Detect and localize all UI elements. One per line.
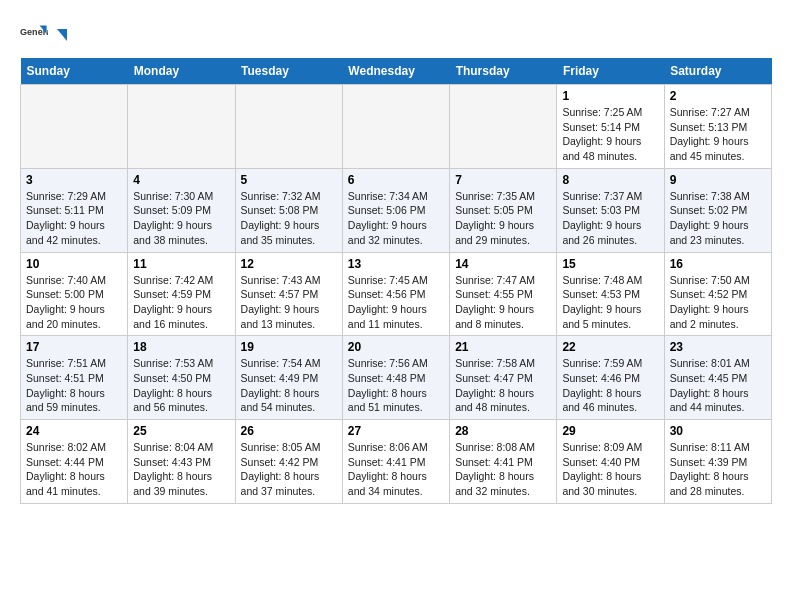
day-info: Sunrise: 7:30 AMSunset: 5:09 PMDaylight:… <box>133 189 229 248</box>
day-info: Sunrise: 7:37 AMSunset: 5:03 PMDaylight:… <box>562 189 658 248</box>
day-number: 10 <box>26 257 122 271</box>
day-cell: 28Sunrise: 8:08 AMSunset: 4:41 PMDayligh… <box>450 420 557 504</box>
day-number: 9 <box>670 173 766 187</box>
day-number: 8 <box>562 173 658 187</box>
day-number: 17 <box>26 340 122 354</box>
day-info: Sunrise: 7:59 AMSunset: 4:46 PMDaylight:… <box>562 356 658 415</box>
day-number: 15 <box>562 257 658 271</box>
day-info: Sunrise: 7:29 AMSunset: 5:11 PMDaylight:… <box>26 189 122 248</box>
day-cell: 1Sunrise: 7:25 AMSunset: 5:14 PMDaylight… <box>557 85 664 169</box>
day-info: Sunrise: 8:09 AMSunset: 4:40 PMDaylight:… <box>562 440 658 499</box>
day-info: Sunrise: 7:50 AMSunset: 4:52 PMDaylight:… <box>670 273 766 332</box>
day-cell <box>342 85 449 169</box>
calendar-body: 1Sunrise: 7:25 AMSunset: 5:14 PMDaylight… <box>21 85 772 504</box>
header-cell-sunday: Sunday <box>21 58 128 85</box>
day-cell: 10Sunrise: 7:40 AMSunset: 5:00 PMDayligh… <box>21 252 128 336</box>
header-row: SundayMondayTuesdayWednesdayThursdayFrid… <box>21 58 772 85</box>
day-cell: 7Sunrise: 7:35 AMSunset: 5:05 PMDaylight… <box>450 168 557 252</box>
logo: General <box>20 20 72 48</box>
header: General <box>20 20 772 48</box>
day-info: Sunrise: 7:27 AMSunset: 5:13 PMDaylight:… <box>670 105 766 164</box>
day-cell: 6Sunrise: 7:34 AMSunset: 5:06 PMDaylight… <box>342 168 449 252</box>
header-cell-friday: Friday <box>557 58 664 85</box>
day-number: 6 <box>348 173 444 187</box>
day-info: Sunrise: 7:35 AMSunset: 5:05 PMDaylight:… <box>455 189 551 248</box>
logo-arrow-icon <box>53 27 71 45</box>
header-cell-saturday: Saturday <box>664 58 771 85</box>
day-cell: 13Sunrise: 7:45 AMSunset: 4:56 PMDayligh… <box>342 252 449 336</box>
day-cell <box>21 85 128 169</box>
day-cell: 26Sunrise: 8:05 AMSunset: 4:42 PMDayligh… <box>235 420 342 504</box>
header-cell-tuesday: Tuesday <box>235 58 342 85</box>
week-row-4: 17Sunrise: 7:51 AMSunset: 4:51 PMDayligh… <box>21 336 772 420</box>
day-cell: 21Sunrise: 7:58 AMSunset: 4:47 PMDayligh… <box>450 336 557 420</box>
day-info: Sunrise: 8:05 AMSunset: 4:42 PMDaylight:… <box>241 440 337 499</box>
day-number: 22 <box>562 340 658 354</box>
day-cell <box>450 85 557 169</box>
day-number: 4 <box>133 173 229 187</box>
header-cell-wednesday: Wednesday <box>342 58 449 85</box>
day-info: Sunrise: 7:42 AMSunset: 4:59 PMDaylight:… <box>133 273 229 332</box>
day-info: Sunrise: 7:51 AMSunset: 4:51 PMDaylight:… <box>26 356 122 415</box>
day-cell: 12Sunrise: 7:43 AMSunset: 4:57 PMDayligh… <box>235 252 342 336</box>
day-number: 2 <box>670 89 766 103</box>
day-cell: 8Sunrise: 7:37 AMSunset: 5:03 PMDaylight… <box>557 168 664 252</box>
day-info: Sunrise: 7:58 AMSunset: 4:47 PMDaylight:… <box>455 356 551 415</box>
day-info: Sunrise: 8:08 AMSunset: 4:41 PMDaylight:… <box>455 440 551 499</box>
day-info: Sunrise: 7:56 AMSunset: 4:48 PMDaylight:… <box>348 356 444 415</box>
day-number: 24 <box>26 424 122 438</box>
day-number: 13 <box>348 257 444 271</box>
day-number: 7 <box>455 173 551 187</box>
day-info: Sunrise: 7:47 AMSunset: 4:55 PMDaylight:… <box>455 273 551 332</box>
day-info: Sunrise: 7:40 AMSunset: 5:00 PMDaylight:… <box>26 273 122 332</box>
day-number: 5 <box>241 173 337 187</box>
day-cell: 15Sunrise: 7:48 AMSunset: 4:53 PMDayligh… <box>557 252 664 336</box>
day-number: 14 <box>455 257 551 271</box>
day-number: 16 <box>670 257 766 271</box>
week-row-5: 24Sunrise: 8:02 AMSunset: 4:44 PMDayligh… <box>21 420 772 504</box>
day-cell <box>128 85 235 169</box>
day-number: 18 <box>133 340 229 354</box>
day-cell: 30Sunrise: 8:11 AMSunset: 4:39 PMDayligh… <box>664 420 771 504</box>
day-number: 26 <box>241 424 337 438</box>
day-number: 12 <box>241 257 337 271</box>
day-info: Sunrise: 8:04 AMSunset: 4:43 PMDaylight:… <box>133 440 229 499</box>
day-cell: 25Sunrise: 8:04 AMSunset: 4:43 PMDayligh… <box>128 420 235 504</box>
day-number: 30 <box>670 424 766 438</box>
day-number: 3 <box>26 173 122 187</box>
day-info: Sunrise: 7:43 AMSunset: 4:57 PMDaylight:… <box>241 273 337 332</box>
calendar-table: SundayMondayTuesdayWednesdayThursdayFrid… <box>20 58 772 504</box>
day-number: 11 <box>133 257 229 271</box>
day-number: 19 <box>241 340 337 354</box>
day-info: Sunrise: 7:48 AMSunset: 4:53 PMDaylight:… <box>562 273 658 332</box>
day-cell: 4Sunrise: 7:30 AMSunset: 5:09 PMDaylight… <box>128 168 235 252</box>
day-cell: 16Sunrise: 7:50 AMSunset: 4:52 PMDayligh… <box>664 252 771 336</box>
svg-marker-2 <box>57 29 67 41</box>
day-cell: 20Sunrise: 7:56 AMSunset: 4:48 PMDayligh… <box>342 336 449 420</box>
day-info: Sunrise: 7:32 AMSunset: 5:08 PMDaylight:… <box>241 189 337 248</box>
day-info: Sunrise: 7:34 AMSunset: 5:06 PMDaylight:… <box>348 189 444 248</box>
week-row-1: 1Sunrise: 7:25 AMSunset: 5:14 PMDaylight… <box>21 85 772 169</box>
day-info: Sunrise: 7:54 AMSunset: 4:49 PMDaylight:… <box>241 356 337 415</box>
day-cell: 14Sunrise: 7:47 AMSunset: 4:55 PMDayligh… <box>450 252 557 336</box>
day-cell: 27Sunrise: 8:06 AMSunset: 4:41 PMDayligh… <box>342 420 449 504</box>
day-number: 27 <box>348 424 444 438</box>
day-number: 25 <box>133 424 229 438</box>
day-info: Sunrise: 7:38 AMSunset: 5:02 PMDaylight:… <box>670 189 766 248</box>
day-cell: 2Sunrise: 7:27 AMSunset: 5:13 PMDaylight… <box>664 85 771 169</box>
day-cell: 3Sunrise: 7:29 AMSunset: 5:11 PMDaylight… <box>21 168 128 252</box>
week-row-3: 10Sunrise: 7:40 AMSunset: 5:00 PMDayligh… <box>21 252 772 336</box>
day-cell: 17Sunrise: 7:51 AMSunset: 4:51 PMDayligh… <box>21 336 128 420</box>
day-cell: 29Sunrise: 8:09 AMSunset: 4:40 PMDayligh… <box>557 420 664 504</box>
day-cell: 19Sunrise: 7:54 AMSunset: 4:49 PMDayligh… <box>235 336 342 420</box>
day-number: 1 <box>562 89 658 103</box>
day-cell: 5Sunrise: 7:32 AMSunset: 5:08 PMDaylight… <box>235 168 342 252</box>
day-cell: 23Sunrise: 8:01 AMSunset: 4:45 PMDayligh… <box>664 336 771 420</box>
day-info: Sunrise: 7:53 AMSunset: 4:50 PMDaylight:… <box>133 356 229 415</box>
day-number: 28 <box>455 424 551 438</box>
day-cell: 9Sunrise: 7:38 AMSunset: 5:02 PMDaylight… <box>664 168 771 252</box>
day-info: Sunrise: 8:06 AMSunset: 4:41 PMDaylight:… <box>348 440 444 499</box>
day-info: Sunrise: 8:11 AMSunset: 4:39 PMDaylight:… <box>670 440 766 499</box>
day-cell: 22Sunrise: 7:59 AMSunset: 4:46 PMDayligh… <box>557 336 664 420</box>
header-cell-monday: Monday <box>128 58 235 85</box>
